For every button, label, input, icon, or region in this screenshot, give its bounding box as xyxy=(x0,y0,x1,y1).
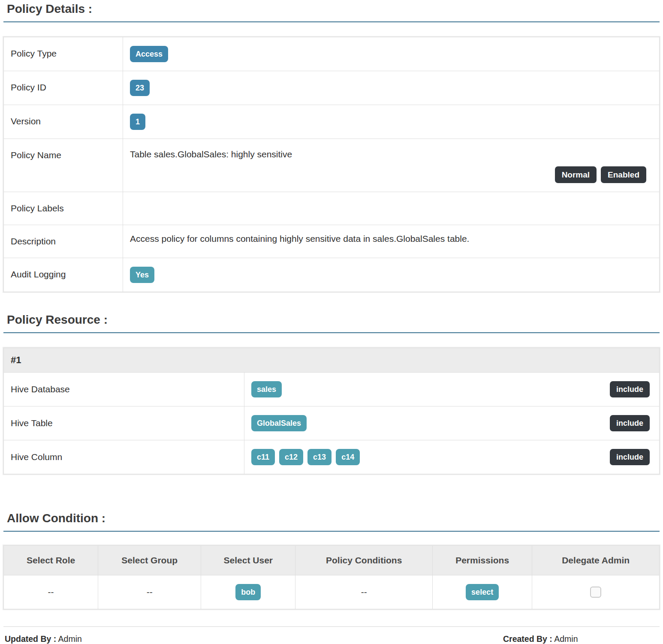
delegate-admin-cell xyxy=(532,575,660,609)
select-group-header: Select Group xyxy=(98,546,201,575)
audit-logging-cell: Yes xyxy=(123,258,660,292)
policy-labels-row: Policy Labels xyxy=(4,192,660,225)
updated-by-label: Updated By : xyxy=(5,634,56,644)
hive-database-row: Hive Database sales include xyxy=(4,373,660,406)
policy-details-heading: Policy Details : xyxy=(3,2,660,22)
resource-group-label: #1 xyxy=(4,348,660,373)
hive-column-include-badge: include xyxy=(610,449,650,465)
delegate-admin-header: Delegate Admin xyxy=(532,546,660,575)
allow-condition-row: -- -- bob -- select xyxy=(4,575,660,609)
policy-id-row: Policy ID 23 xyxy=(4,71,660,105)
hive-column-badge: c11 xyxy=(251,449,275,465)
policy-name-row: Policy Name Table sales.GlobalSales: hig… xyxy=(4,139,660,192)
updated-info: Updated By : Admin Updated On : 04/19/20… xyxy=(5,630,139,644)
hive-table-cell: GlobalSales include xyxy=(244,406,660,440)
hive-column-badge: c13 xyxy=(307,449,332,465)
allow-condition-header-row: Select Role Select Group Select User Pol… xyxy=(4,546,660,575)
hive-table-label: Hive Table xyxy=(4,406,244,440)
audit-logging-label: Audit Logging xyxy=(4,258,123,292)
description-label: Description xyxy=(4,225,123,258)
policy-labels-label: Policy Labels xyxy=(4,192,123,225)
allow-condition-table: Select Role Select Group Select User Pol… xyxy=(3,545,660,609)
hive-database-values: sales xyxy=(251,381,282,397)
permission-badge: select xyxy=(466,584,499,600)
hive-database-include-badge: include xyxy=(610,381,650,397)
hive-database-cell: sales include xyxy=(244,373,660,406)
policy-id-label: Policy ID xyxy=(4,71,123,105)
audit-logging-badge: Yes xyxy=(130,267,154,283)
select-user-header: Select User xyxy=(201,546,295,575)
created-info: Created By : Admin Created On : 04/19/20… xyxy=(503,630,658,644)
policy-id-badge: 23 xyxy=(130,80,150,96)
version-cell: 1 xyxy=(123,105,660,139)
version-badge: 1 xyxy=(130,114,145,130)
policy-name-label: Policy Name xyxy=(4,139,123,192)
version-row: Version 1 xyxy=(4,105,660,139)
select-role-header: Select Role xyxy=(4,546,98,575)
hive-table-badge: GlobalSales xyxy=(251,415,307,431)
hive-column-cell: c11 c12 c13 c14 include xyxy=(244,440,660,474)
hive-column-badge: c12 xyxy=(279,449,303,465)
hive-column-values: c11 c12 c13 c14 xyxy=(251,449,360,465)
delegate-admin-checkbox[interactable] xyxy=(590,587,601,598)
policy-type-label: Policy Type xyxy=(4,37,123,71)
updated-by-line: Updated By : Admin xyxy=(5,632,139,644)
permissions-header: Permissions xyxy=(432,546,532,575)
policy-type-row: Policy Type Access xyxy=(4,37,660,71)
user-badge: bob xyxy=(235,584,261,600)
hive-table-include-badge: include xyxy=(610,415,650,431)
policy-name-cell: Table sales.GlobalSales: highly sensitiv… xyxy=(123,139,660,192)
policy-id-cell: 23 xyxy=(123,71,660,105)
policy-conditions-header: Policy Conditions xyxy=(295,546,433,575)
policy-resource-table: #1 Hive Database sales include Hive Tabl… xyxy=(3,348,660,474)
description-row: Description Access policy for columns co… xyxy=(4,225,660,258)
select-group-cell: -- xyxy=(98,575,201,609)
audit-footer: Updated By : Admin Updated On : 04/19/20… xyxy=(3,626,660,644)
select-role-cell: -- xyxy=(4,575,98,609)
hive-table-values: GlobalSales xyxy=(251,415,307,431)
resource-group-header-row: #1 xyxy=(4,348,660,373)
description-value: Access policy for columns containing hig… xyxy=(123,225,660,258)
permissions-cell: select xyxy=(432,575,532,609)
created-by-value: Admin xyxy=(554,634,578,644)
allow-condition-heading: Allow Condition : xyxy=(3,511,660,532)
policy-type-cell: Access xyxy=(123,37,660,71)
audit-logging-row: Audit Logging Yes xyxy=(4,258,660,292)
policy-details-table: Policy Type Access Policy ID 23 Version … xyxy=(3,37,660,292)
updated-by-value: Admin xyxy=(58,634,82,644)
hive-column-badge: c14 xyxy=(336,449,360,465)
hive-column-label: Hive Column xyxy=(4,440,244,474)
policy-name-value: Table sales.GlobalSales: highly sensitiv… xyxy=(130,147,652,159)
policy-detail-page: Policy Details : Policy Type Access Poli… xyxy=(0,0,663,644)
enabled-status-badge: Enabled xyxy=(601,166,646,183)
hive-column-row: Hive Column c11 c12 c13 c14 include xyxy=(4,440,660,474)
policy-status-badges: Normal Enabled xyxy=(130,166,646,183)
policy-resource-heading: Policy Resource : xyxy=(3,313,660,333)
hive-database-badge: sales xyxy=(251,381,282,397)
created-by-label: Created By : xyxy=(503,634,552,644)
hive-table-row: Hive Table GlobalSales include xyxy=(4,406,660,440)
select-user-cell: bob xyxy=(201,575,295,609)
created-by-line: Created By : Admin xyxy=(503,632,658,644)
recursion-status-badge: Normal xyxy=(555,166,597,183)
policy-type-badge: Access xyxy=(130,46,168,62)
policy-conditions-cell: -- xyxy=(295,575,433,609)
hive-database-label: Hive Database xyxy=(4,373,244,406)
version-label: Version xyxy=(4,105,123,139)
policy-labels-cell xyxy=(123,192,660,225)
